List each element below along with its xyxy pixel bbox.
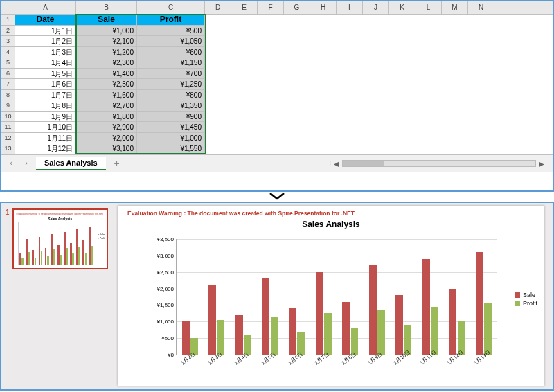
tab-prev-button[interactable]: ‹	[6, 158, 17, 169]
row-header-11[interactable]: 11	[1, 122, 15, 133]
tab-next-button[interactable]: ›	[21, 158, 32, 169]
row-header-6[interactable]: 6	[1, 69, 15, 80]
row-header-4[interactable]: 4	[1, 47, 15, 58]
slide-canvas[interactable]: Evaluation Warning : The document was cr…	[118, 206, 544, 386]
col-header-J[interactable]: J	[363, 1, 389, 14]
cell-B1[interactable]: Sale	[76, 15, 137, 26]
cell-C8[interactable]: ¥800	[137, 90, 205, 101]
cell-B13[interactable]: ¥3,100	[76, 143, 137, 154]
bar-profit-9	[431, 307, 438, 355]
slide-thumbnails: 1 Evaluation Warning : The document was …	[1, 203, 112, 389]
row-header-7[interactable]: 7	[1, 79, 15, 90]
legend-swatch-profit	[515, 301, 520, 306]
cell-C6[interactable]: ¥700	[137, 69, 205, 80]
row-header-3[interactable]: 3	[1, 36, 15, 47]
cell-B12[interactable]: ¥2,000	[76, 133, 137, 144]
scroll-left-icon[interactable]: ◀	[334, 160, 339, 168]
cell-C2[interactable]: ¥500	[137, 26, 205, 37]
cells-area[interactable]: DateSaleProfit1月1日¥1,000¥5001月2日¥2,100¥1…	[15, 15, 205, 154]
chart-area: ¥0¥500¥1,000¥1,500¥2,000¥2,500¥3,000¥3,5…	[151, 239, 497, 362]
cell-B4[interactable]: ¥1,200	[76, 47, 137, 58]
col-header-I[interactable]: I	[337, 1, 363, 14]
add-sheet-button[interactable]: +	[110, 158, 124, 169]
row-header-10[interactable]: 10	[1, 112, 15, 123]
cell-A7[interactable]: 1月6日	[15, 79, 76, 90]
row-header-8[interactable]: 8	[1, 90, 15, 101]
row-header-9[interactable]: 9	[1, 100, 15, 112]
cell-B10[interactable]: ¥1,800	[76, 112, 137, 123]
scroll-right-icon[interactable]: ▶	[539, 160, 544, 168]
scroll-thumb[interactable]	[343, 161, 384, 166]
cell-C7[interactable]: ¥1,250	[137, 79, 205, 90]
pane-divider[interactable]	[0, 190, 554, 203]
row-header-13[interactable]: 13	[1, 143, 15, 154]
cell-C11[interactable]: ¥1,450	[137, 122, 205, 133]
cell-A10[interactable]: 1月9日	[15, 112, 76, 123]
cell-A6[interactable]: 1月5日	[15, 69, 76, 80]
cell-A13[interactable]: 1月12日	[15, 143, 76, 154]
cell-B3[interactable]: ¥2,100	[76, 36, 137, 47]
col-header-L[interactable]: L	[416, 1, 442, 14]
cell-C10[interactable]: ¥900	[137, 112, 205, 123]
horizontal-scrollbar[interactable]: ⁞ ◀ ▶	[128, 160, 548, 168]
ytick-0: ¥0	[168, 352, 177, 358]
cell-B8[interactable]: ¥1,600	[76, 90, 137, 101]
col-header-D[interactable]: D	[205, 1, 231, 14]
legend-swatch-sale	[515, 292, 520, 298]
col-header-N[interactable]: N	[468, 1, 494, 14]
cell-A1[interactable]: Date	[15, 15, 76, 26]
cell-B7[interactable]: ¥2,500	[76, 79, 137, 90]
cell-B5[interactable]: ¥2,300	[76, 57, 137, 69]
cell-A9[interactable]: 1月8日	[15, 100, 76, 112]
col-header-M[interactable]: M	[442, 1, 468, 14]
row-header-12[interactable]: 12	[1, 133, 15, 144]
cell-B11[interactable]: ¥2,900	[76, 122, 137, 133]
col-header-G[interactable]: G	[284, 1, 310, 14]
row-header-2[interactable]: 2	[1, 26, 15, 37]
col-header-B[interactable]: B	[76, 1, 137, 14]
slide-number: 1	[6, 208, 10, 384]
ytick-2: ¥1,000	[157, 319, 177, 325]
bar-group-5: 1月7日	[310, 239, 337, 355]
ytick-4: ¥2,000	[157, 285, 177, 292]
col-header-C[interactable]: C	[137, 1, 205, 14]
col-header-K[interactable]: K	[389, 1, 416, 14]
cell-A2[interactable]: 1月1日	[15, 26, 76, 37]
cell-C4[interactable]: ¥600	[137, 47, 205, 58]
cell-C5[interactable]: ¥1,150	[137, 57, 205, 69]
cell-C13[interactable]: ¥1,550	[137, 143, 205, 154]
bar-profit-1	[217, 320, 225, 355]
cell-A4[interactable]: 1月3日	[15, 47, 76, 58]
row-header-1[interactable]: 1	[1, 15, 15, 26]
cell-B6[interactable]: ¥1,400	[76, 69, 137, 80]
chart-plot: ¥0¥500¥1,000¥1,500¥2,000¥2,500¥3,000¥3,5…	[176, 239, 497, 355]
ytick-5: ¥2,500	[157, 269, 177, 275]
row-header-5[interactable]: 5	[1, 57, 15, 69]
bar-group-7: 1月9日	[364, 239, 391, 355]
col-header-E[interactable]: E	[231, 1, 258, 14]
cell-A11[interactable]: 1月10日	[15, 122, 76, 133]
cell-B9[interactable]: ¥2,700	[76, 100, 137, 112]
cell-C3[interactable]: ¥1,050	[137, 36, 205, 47]
cell-C9[interactable]: ¥1,350	[137, 100, 205, 112]
thumb-warning-text: Evaluation Warning : The document was cr…	[17, 213, 104, 215]
bar-sale-4	[289, 308, 296, 355]
col-header-H[interactable]: H	[310, 1, 337, 14]
chart-title: Sales Analysis	[127, 220, 535, 229]
thumb-legend: ■ Sale ■ Profit	[98, 233, 105, 240]
cell-A8[interactable]: 1月7日	[15, 90, 76, 101]
bar-sale-10	[449, 289, 456, 355]
slide-thumbnail-1[interactable]: Evaluation Warning : The document was cr…	[12, 208, 108, 269]
cell-B2[interactable]: ¥1,000	[76, 26, 137, 37]
cell-A3[interactable]: 1月2日	[15, 36, 76, 47]
bar-sale-7	[369, 265, 377, 355]
col-header-A[interactable]: A	[15, 1, 76, 14]
col-header-F[interactable]: F	[258, 1, 284, 14]
cell-A12[interactable]: 1月11日	[15, 133, 76, 144]
cell-C1[interactable]: Profit	[137, 15, 205, 26]
cell-C12[interactable]: ¥1,000	[137, 133, 205, 144]
sheet-tab-active[interactable]: Sales Analysis	[36, 157, 106, 170]
select-all-corner[interactable]	[1, 1, 15, 14]
cell-A5[interactable]: 1月4日	[15, 57, 76, 69]
scroll-track[interactable]	[342, 160, 536, 167]
